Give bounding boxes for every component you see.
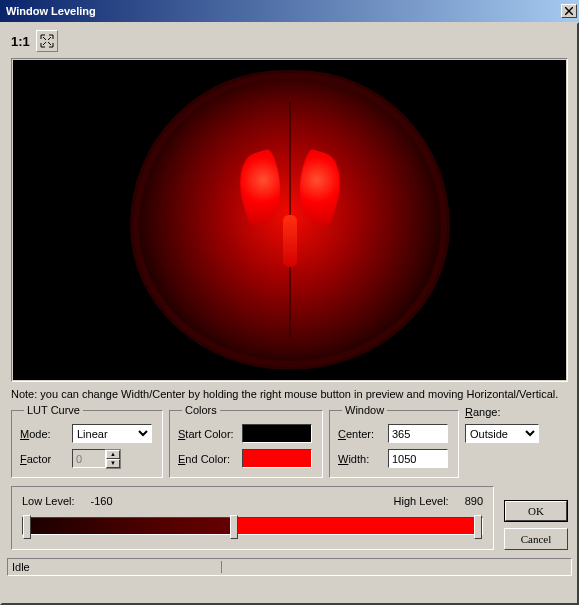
mode-select[interactable]: Linear [72, 424, 152, 443]
window-title: Window Leveling [6, 5, 96, 17]
titlebar[interactable]: Window Leveling [0, 0, 579, 22]
factor-spin-down[interactable]: ▼ [106, 459, 120, 468]
high-level-label: High Level: [394, 495, 449, 507]
low-level-handle[interactable] [23, 515, 31, 539]
start-color-swatch[interactable] [242, 424, 312, 443]
window-legend: Window [342, 404, 387, 416]
high-level-handle[interactable] [474, 515, 482, 539]
status-bar: Idle [7, 558, 572, 576]
lut-legend: LUT Curve [24, 404, 83, 416]
hint-text: Note: you can change Width/Center by hol… [11, 388, 568, 400]
high-level-value: 890 [465, 495, 483, 507]
close-button[interactable] [561, 4, 577, 18]
cancel-button[interactable]: Cancel [504, 528, 568, 550]
mode-label: Mode: [20, 428, 72, 440]
toolbar: 1:1 [5, 27, 574, 58]
client-area: 1:1 Note: you can change Width/Center by… [0, 22, 579, 605]
end-color-label: End Color: [178, 453, 242, 465]
status-text: Idle [12, 561, 222, 573]
width-label: Width: [338, 453, 388, 465]
end-color-swatch[interactable] [242, 449, 312, 468]
range-select[interactable]: Outside [465, 424, 539, 443]
factor-spinner: ▲ ▼ [72, 449, 121, 469]
level-slider-track[interactable] [22, 517, 483, 535]
ok-button[interactable]: OK [504, 500, 568, 522]
window-group: Window Center: Width: [329, 404, 459, 478]
expand-icon [40, 34, 54, 48]
mid-level-handle[interactable] [230, 515, 238, 539]
center-input[interactable] [388, 424, 448, 443]
range-label: Range: [465, 406, 500, 418]
factor-input [72, 449, 106, 468]
zoom-ratio-label: 1:1 [11, 34, 30, 49]
colors-group: Colors Start Color: End Color: [169, 404, 323, 478]
width-input[interactable] [388, 449, 448, 468]
factor-label: Factor [20, 453, 72, 465]
preview-image[interactable] [13, 60, 566, 380]
preview-frame [11, 58, 568, 382]
low-level-label: Low Level: [22, 495, 75, 507]
factor-spin-up[interactable]: ▲ [106, 450, 120, 459]
lut-curve-group: LUT Curve Mode: Linear Factor ▲ ▼ [11, 404, 163, 478]
start-color-label: Start Color: [178, 428, 242, 440]
fit-to-window-button[interactable] [36, 30, 58, 52]
center-label: Center: [338, 428, 388, 440]
colors-legend: Colors [182, 404, 220, 416]
low-level-value: -160 [91, 495, 113, 507]
level-slider-panel: Low Level: -160 High Level: 890 [11, 486, 494, 550]
